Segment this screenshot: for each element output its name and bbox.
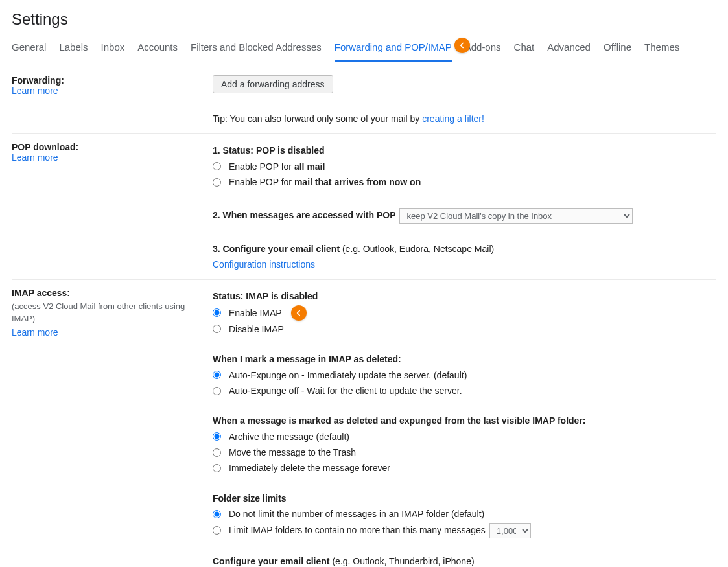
- imap-status-value: IMAP is disabled: [246, 291, 318, 301]
- section-forwarding: Forwarding: Learn more Add a forwarding …: [12, 67, 716, 134]
- pop-enable-all-label: Enable POP for all mail: [229, 159, 325, 174]
- page-title: Settings: [12, 10, 716, 29]
- tab-general[interactable]: General: [12, 41, 46, 62]
- section-pop: POP download: Learn more 1. Status: POP …: [12, 134, 716, 280]
- imap-expunge-off-label: Auto-Expunge off - Wait for the client t…: [229, 384, 462, 398]
- tab-chat[interactable]: Chat: [514, 41, 535, 62]
- tab-advanced[interactable]: Advanced: [547, 41, 591, 62]
- imap-expunge-off-radio[interactable]: [213, 387, 221, 395]
- pop-config-instructions-link[interactable]: Configuration instructions: [213, 257, 716, 272]
- add-forwarding-address-button[interactable]: Add a forwarding address: [213, 75, 333, 93]
- tab-themes[interactable]: Themes: [644, 41, 679, 62]
- imap-subheading: (access V2 Cloud Mail from other clients…: [12, 301, 206, 324]
- imap-expunge-on-radio[interactable]: [213, 371, 221, 379]
- pop-heading: POP download:: [12, 142, 206, 152]
- tab-inbox[interactable]: Inbox: [101, 41, 125, 62]
- imap-delete-forever-label: Immediately delete the message forever: [229, 461, 390, 475]
- tab-filters[interactable]: Filters and Blocked Addresses: [191, 41, 322, 62]
- tab-accounts[interactable]: Accounts: [137, 41, 178, 62]
- imap-enable-label: Enable IMAP: [229, 306, 282, 320]
- imap-archive-label: Archive the message (default): [229, 430, 349, 444]
- imap-no-limit-label: Do not limit the number of messages in a…: [229, 507, 484, 521]
- imap-deleted-heading: When I mark a message in IMAP as deleted…: [213, 352, 716, 366]
- imap-heading: IMAP access:: [12, 288, 206, 298]
- imap-configure-label: Configure your email client: [213, 556, 332, 566]
- pop-status-label: 1. Status:: [213, 145, 256, 156]
- arrow-left-callout-icon: [454, 38, 470, 53]
- tab-addons[interactable]: Add-ons: [465, 41, 501, 62]
- pop-step2-label: 2. When messages are accessed with POP: [213, 208, 395, 222]
- pop-learn-more-link[interactable]: Learn more: [12, 152, 206, 163]
- imap-disable-label: Disable IMAP: [229, 322, 284, 336]
- pop-action-select[interactable]: keep V2 Cloud Mail's copy in the Inbox: [399, 208, 633, 224]
- section-imap: IMAP access: (access V2 Cloud Mail from …: [12, 280, 716, 567]
- forwarding-heading: Forwarding:: [12, 75, 206, 86]
- forwarding-tip-text: Tip: You can also forward only some of y…: [213, 113, 422, 124]
- pop-status-value: POP is disabled: [256, 145, 325, 156]
- imap-limit-select[interactable]: 1,000: [489, 523, 531, 538]
- pop-step3-label: 3. Configure your email client: [213, 244, 342, 254]
- imap-trash-label: Move the message to the Trash: [229, 445, 356, 459]
- pop-enable-all-radio[interactable]: [213, 162, 221, 170]
- imap-learn-more-link[interactable]: Learn more: [12, 327, 206, 338]
- imap-enable-radio[interactable]: [213, 308, 221, 317]
- imap-archive-radio[interactable]: [213, 432, 221, 441]
- arrow-left-callout-icon: [291, 305, 307, 321]
- tab-addons-label: Add-ons: [465, 41, 501, 52]
- imap-no-limit-radio[interactable]: [213, 510, 221, 518]
- imap-limit-radio[interactable]: [213, 526, 221, 535]
- imap-status-label: Status:: [213, 291, 246, 301]
- imap-delete-forever-radio[interactable]: [213, 464, 221, 472]
- imap-disable-radio[interactable]: [213, 325, 221, 333]
- imap-expunge-on-label: Auto-Expunge on - Immediately update the…: [229, 368, 467, 382]
- pop-step3-example: (e.g. Outlook, Eudora, Netscape Mail): [342, 244, 494, 254]
- imap-trash-radio[interactable]: [213, 448, 221, 457]
- imap-folder-limits-heading: Folder size limits: [213, 491, 716, 505]
- imap-limit-label: Limit IMAP folders to contain no more th…: [229, 523, 486, 537]
- create-filter-link[interactable]: creating a filter!: [422, 113, 484, 124]
- forwarding-learn-more-link[interactable]: Learn more: [12, 86, 206, 96]
- pop-enable-new-label: Enable POP for mail that arrives from no…: [229, 175, 421, 189]
- imap-last-folder-heading: When a message is marked as deleted and …: [213, 413, 716, 428]
- tab-offline[interactable]: Offline: [604, 41, 631, 62]
- tab-bar: General Labels Inbox Accounts Filters an…: [12, 38, 716, 62]
- pop-enable-new-radio[interactable]: [213, 178, 221, 187]
- tab-labels[interactable]: Labels: [59, 41, 88, 62]
- tab-forwarding-pop-imap[interactable]: Forwarding and POP/IMAP: [335, 41, 452, 62]
- imap-configure-example: (e.g. Outlook, Thunderbird, iPhone): [332, 556, 474, 566]
